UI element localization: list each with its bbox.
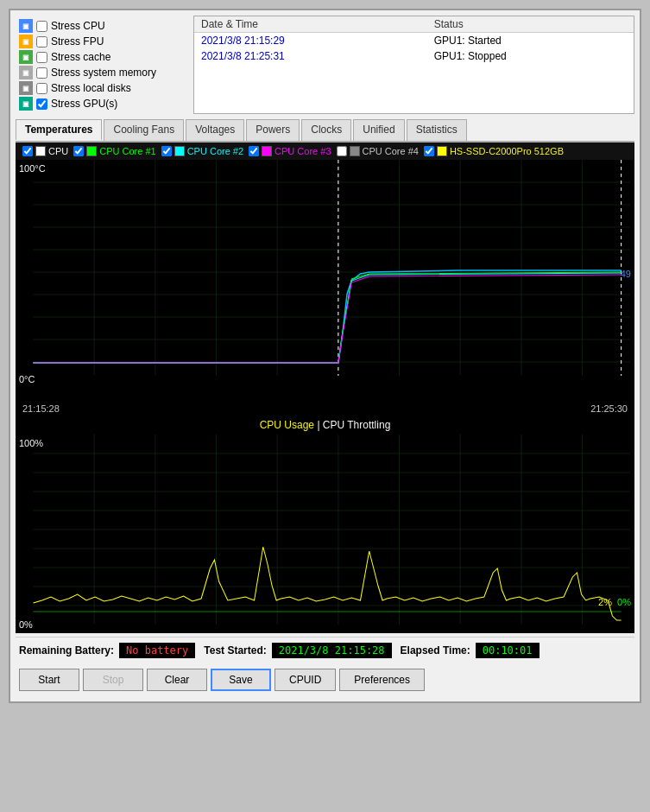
cpu-usage-title-yellow: CPU Usage [260, 419, 314, 431]
status-row1-status: GPU1: Started [427, 33, 634, 49]
stress-item-disk: ▣ Stress local disks [19, 81, 185, 95]
legend-cpu-check[interactable] [22, 146, 33, 156]
cpu-usage-title-white: CPU Throttling [323, 419, 390, 431]
temp-chart-svg [16, 160, 634, 384]
clear-button[interactable]: Clear [147, 669, 207, 691]
cpu-icon: ▣ [19, 19, 33, 33]
temp-chart: 100°C 0°C 49 [16, 160, 634, 402]
cpuid-button[interactable]: CPUID [275, 669, 336, 691]
stress-cache-checkbox[interactable] [36, 52, 47, 63]
test-started-item: Test Started: 2021/3/8 21:15:28 [204, 643, 391, 658]
save-button[interactable]: Save [211, 669, 271, 691]
legend-core2-label: CPU Core #2 [187, 146, 243, 156]
legend-cpu: CPU [22, 146, 68, 156]
cpu-y-min: 0% [19, 619, 33, 630]
main-window: ▣ Stress CPU ▣ Stress FPU ▣ Stress cache… [9, 9, 641, 703]
stress-memory-label: Stress system memory [51, 67, 156, 79]
temp-y-max: 100°C [19, 163, 46, 174]
stress-fpu-checkbox[interactable] [36, 36, 47, 48]
status-row2-datetime: 2021/3/8 21:25:31 [194, 48, 427, 64]
temp-chart-legend: CPU CPU Core #1 CPU Core #2 CPU Core #3 [16, 143, 634, 160]
legend-ssd: HS-SSD-C2000Pro 512GB [424, 146, 564, 156]
legend-core4-label: CPU Core #4 [363, 146, 419, 156]
elapsed-label: Elapsed Time: [401, 644, 470, 657]
stress-gpu-label: Stress GPU(s) [51, 98, 117, 110]
tab-cooling-fans[interactable]: Cooling Fans [104, 119, 184, 141]
stress-item-cpu: ▣ Stress CPU [19, 19, 185, 33]
col-status: Status [427, 16, 634, 33]
stress-cache-label: Stress cache [51, 51, 110, 63]
temp-time-left: 21:15:28 [22, 403, 60, 414]
legend-core2-color [174, 146, 185, 156]
legend-core3-check[interactable] [249, 146, 259, 156]
tab-statistics[interactable]: Statistics [407, 119, 467, 141]
temp-time-right: 21:25:30 [590, 403, 628, 414]
stress-cpu-checkbox[interactable] [36, 21, 47, 32]
disk-icon: ▣ [19, 81, 33, 95]
elapsed-item: Elapsed Time: 00:10:01 [401, 643, 540, 658]
button-bar: Start Stop Clear Save CPUID Preferences [16, 663, 634, 696]
temp-time-labels: 21:15:28 21:25:30 [16, 402, 634, 416]
tab-powers[interactable]: Powers [246, 119, 300, 141]
preferences-button[interactable]: Preferences [339, 669, 425, 691]
status-row-1: 2021/3/8 21:15:29 GPU1: Started [194, 33, 634, 49]
legend-core2-check[interactable] [161, 146, 172, 156]
status-row2-status: GPU1: Stopped [427, 48, 634, 64]
tab-unified[interactable]: Unified [353, 119, 404, 141]
cpu-usage-chart: CPU Usage | CPU Throttling 100% 0% 2% 0% [16, 416, 634, 633]
start-button[interactable]: Start [19, 669, 79, 691]
tab-voltages[interactable]: Voltages [186, 119, 244, 141]
cpu-value-right-green: 0% [617, 597, 631, 607]
gpu-icon: ▣ [19, 97, 33, 111]
status-table-wrapper: Date & Time Status 2021/3/8 21:15:29 GPU… [193, 16, 634, 114]
stress-item-cache: ▣ Stress cache [19, 50, 185, 64]
status-row-2: 2021/3/8 21:25:31 GPU1: Stopped [194, 48, 634, 64]
col-datetime: Date & Time [194, 16, 427, 33]
legend-cpu-color [35, 146, 46, 156]
battery-item: Remaining Battery: No battery [19, 643, 195, 658]
cpu-y-max: 100% [19, 438, 43, 448]
tab-temperatures[interactable]: Temperatures [16, 119, 102, 141]
cpu-chart-area: 100% 0% 2% 0% [16, 435, 634, 633]
stress-item-memory: ▣ Stress system memory [19, 66, 185, 79]
stress-fpu-label: Stress FPU [51, 35, 104, 48]
legend-core4-color [350, 146, 360, 156]
stress-gpu-checkbox[interactable] [36, 98, 47, 110]
stress-item-gpu: ▣ Stress GPU(s) [19, 97, 185, 111]
status-table: Date & Time Status 2021/3/8 21:15:29 GPU… [194, 16, 634, 64]
status-row1-datetime: 2021/3/8 21:15:29 [194, 33, 427, 49]
cache-icon: ▣ [19, 50, 33, 64]
battery-label: Remaining Battery: [19, 644, 114, 657]
stress-options: ▣ Stress CPU ▣ Stress FPU ▣ Stress cache… [16, 16, 188, 114]
legend-core3: CPU Core #3 [249, 146, 331, 156]
legend-core3-label: CPU Core #3 [275, 146, 331, 156]
legend-cpu-label: CPU [48, 146, 68, 156]
temp-y-min: 0°C [19, 374, 35, 384]
status-bar: Remaining Battery: No battery Test Start… [16, 637, 634, 663]
legend-ssd-label: HS-SSD-C2000Pro 512GB [450, 146, 564, 156]
legend-core2: CPU Core #2 [161, 146, 243, 156]
test-started-value: 2021/3/8 21:15:28 [272, 643, 392, 658]
stress-item-fpu: ▣ Stress FPU [19, 35, 185, 48]
temp-value-right: 49 [621, 269, 631, 279]
legend-ssd-check[interactable] [424, 146, 434, 156]
battery-value: No battery [119, 643, 195, 658]
memory-icon: ▣ [19, 66, 33, 79]
legend-core1: CPU Core #1 [73, 146, 155, 156]
top-panel: ▣ Stress CPU ▣ Stress FPU ▣ Stress cache… [16, 16, 634, 114]
tabs-bar: Temperatures Cooling Fans Voltages Power… [16, 119, 634, 143]
legend-core3-color [262, 146, 272, 156]
stress-cpu-label: Stress CPU [51, 20, 105, 32]
stress-disk-label: Stress local disks [51, 82, 131, 94]
stop-button[interactable]: Stop [83, 669, 143, 691]
cpu-value-right-yellow: 2% [598, 597, 612, 607]
legend-core4: CPU Core #4 [337, 146, 419, 156]
stress-disk-checkbox[interactable] [36, 83, 47, 94]
legend-core1-check[interactable] [73, 146, 84, 156]
legend-core1-label: CPU Core #1 [99, 146, 155, 156]
tab-clocks[interactable]: Clocks [301, 119, 351, 141]
stress-memory-checkbox[interactable] [36, 67, 47, 79]
legend-ssd-color [437, 146, 447, 156]
legend-core4-check[interactable] [337, 146, 347, 156]
cpu-usage-title: CPU Usage | CPU Throttling [16, 416, 634, 435]
